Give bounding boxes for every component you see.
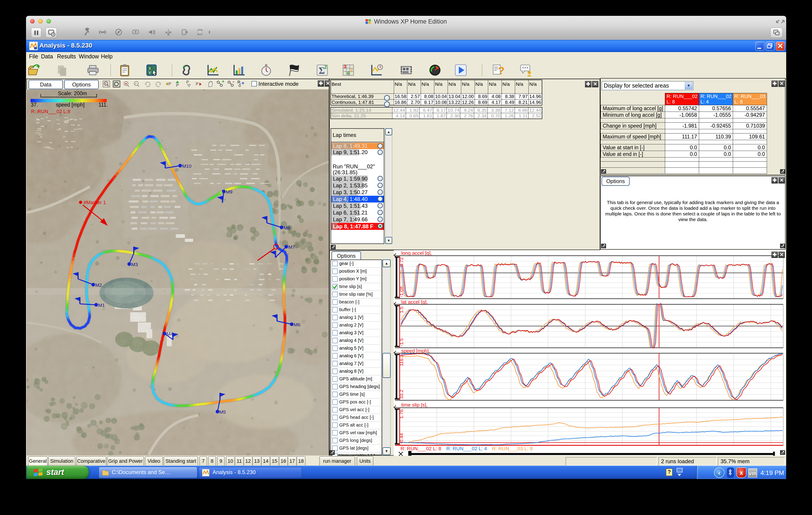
svg-text:R: R <box>237 80 240 84</box>
svg-text:-: - <box>135 81 137 86</box>
svg-text:M3: M3 <box>131 262 138 267</box>
svg-text:M10: M10 <box>182 163 192 169</box>
svg-text:M5: M5 <box>219 409 226 414</box>
svg-text:2: 2 <box>324 64 327 70</box>
svg-text:P: P <box>186 80 189 84</box>
svg-text:M4: M4 <box>167 331 173 337</box>
svg-text:time slip [s],: time slip [s], <box>401 402 428 408</box>
svg-text:-1.5: -1.5 <box>399 338 404 346</box>
svg-text:-: - <box>233 80 234 84</box>
svg-text:Scale: 200m: Scale: 200m <box>58 90 87 96</box>
svg-text:M1: M1 <box>98 303 105 308</box>
svg-text:R: RUN___02 L: 8: R: RUN___02 L: 8 <box>401 446 441 451</box>
svg-text:6: 6 <box>347 70 350 76</box>
svg-text:+: + <box>125 82 127 86</box>
svg-text:R: RUN___03 L: 8: R: RUN___03 L: 8 <box>492 446 533 451</box>
svg-text:P: P <box>168 82 171 86</box>
svg-text:M8: M8 <box>284 225 290 230</box>
svg-text:1.76: 1.76 <box>399 409 404 419</box>
svg-text:Σ: Σ <box>319 65 325 76</box>
svg-text:M6: M6 <box>294 322 300 327</box>
svg-text:R: RUN___02 L:8: R: RUN___02 L:8 <box>31 109 70 114</box>
svg-text:33.2: 33.2 <box>399 390 404 399</box>
svg-text:speed [mph]: speed [mph] <box>56 102 85 108</box>
svg-text:X: X <box>148 66 151 70</box>
svg-text:+: + <box>222 80 225 84</box>
svg-text:7: 7 <box>350 68 353 73</box>
svg-text:3: 3 <box>344 64 346 69</box>
svg-text:lat accel [g],: lat accel [g], <box>401 299 428 305</box>
svg-text:+: + <box>105 82 107 85</box>
svg-text:37.: 37. <box>31 102 38 108</box>
svg-text:?: ? <box>498 65 504 77</box>
svg-text:speed [mph],: speed [mph], <box>401 348 430 354</box>
svg-text:M9: M9 <box>226 189 232 194</box>
svg-text:P: P <box>196 82 199 86</box>
svg-text:P: P <box>176 83 179 88</box>
svg-text:R: RUN___02 L: 4: R: RUN___02 L: 4 <box>446 446 487 451</box>
svg-text:M7: M7 <box>288 245 295 250</box>
svg-text:#Marker 1: #Marker 1 <box>84 200 106 205</box>
svg-text:M2: M2 <box>95 282 102 288</box>
svg-text:111.: 111. <box>98 102 108 108</box>
svg-text:1.5: 1.5 <box>399 307 404 313</box>
svg-text:long accel [g],: long accel [g], <box>401 250 432 256</box>
svg-text:Y: Y <box>148 71 151 75</box>
svg-text:+: + <box>241 80 244 86</box>
